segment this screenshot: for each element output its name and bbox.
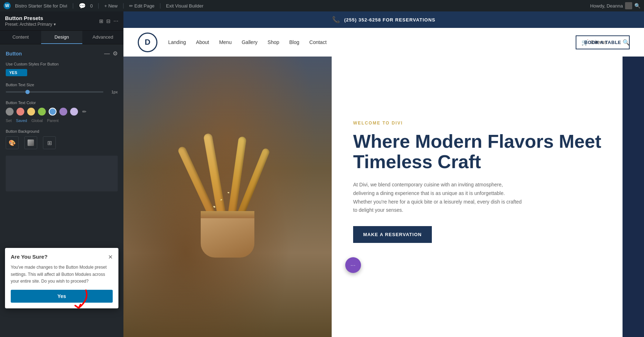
site-topbar: 📞 (255) 352-6258 FOR RESERVATIONS	[123, 11, 644, 28]
more-icon[interactable]: ⋯	[113, 18, 118, 24]
exit-builder-button[interactable]: Exit Visual Builder	[166, 3, 204, 9]
color-saved-action[interactable]: Saved	[16, 118, 27, 123]
nav-contact[interactable]: Contact	[309, 39, 327, 45]
purple-fab-button[interactable]: ···	[345, 257, 361, 273]
dark-bg-right	[623, 57, 644, 337]
bg-pattern-icon: ⊞	[47, 140, 52, 146]
bg-gradient-icon	[28, 140, 34, 146]
custom-styles-field: Use Custom Styles For Button YES	[6, 62, 118, 76]
bg-color-icon: 🎨	[9, 140, 16, 146]
wordpress-icon[interactable]: W	[4, 2, 11, 9]
site-logo[interactable]: D	[138, 33, 157, 52]
text-size-label: Button Text Size	[6, 83, 118, 87]
reservation-button[interactable]: MAKE A RESERVATION	[353, 226, 432, 243]
hero-image	[123, 57, 332, 337]
sidebar-tabs: Content Design Advanced	[0, 31, 123, 44]
custom-styles-toggle[interactable]: YES	[6, 69, 27, 76]
text-color-label: Button Text Color	[6, 101, 118, 105]
nav-blog[interactable]: Blog	[289, 39, 299, 45]
book-table-button[interactable]: BOOK A TABLE	[576, 35, 630, 49]
text-color-field: Button Text Color ✏ Set Saved Global Par…	[6, 101, 118, 123]
nav-landing[interactable]: Landing	[168, 39, 186, 45]
slider-thumb[interactable]	[25, 90, 30, 94]
text-size-field: Button Text Size 1px	[6, 83, 118, 94]
wp-admin-bar: W Bistro Starter Site for Divi | 💬 0 | +…	[0, 0, 644, 11]
color-pen-icon[interactable]: ✏	[82, 109, 87, 114]
site-name[interactable]: Bistro Starter Site for Divi	[15, 3, 67, 9]
color-swatch-green[interactable]	[38, 108, 46, 116]
bg-pattern-option[interactable]: ⊞	[43, 136, 56, 149]
button-section-header: Button — ⚙	[6, 50, 118, 57]
bg-color-option[interactable]: 🎨	[6, 136, 19, 149]
color-swatches: ✏	[6, 108, 118, 116]
button-section-title: Button	[6, 51, 22, 57]
preset-chevron-icon: ▾	[54, 22, 56, 27]
comment-icon: 💬	[79, 3, 86, 9]
main-layout: Button Presets Preset: Architect Primary…	[0, 11, 644, 337]
hero-text: WELCOME TO DIVI Where Modern Flavors Mee…	[332, 57, 644, 337]
phone-number: (255) 352-6258 FOR RESERVATIONS	[344, 17, 435, 23]
sidebar-preset[interactable]: Preset: Architect Primary ▾	[5, 22, 56, 27]
dialog-close-button[interactable]: ✕	[108, 254, 113, 260]
dialog-body: You've made changes to the Button Module…	[11, 264, 113, 285]
nav-shop[interactable]: Shop	[268, 39, 279, 45]
hero-description: At Divi, we blend contemporary cuisine w…	[353, 181, 525, 215]
custom-styles-label: Use Custom Styles For Button	[6, 62, 118, 66]
nav-about[interactable]: About	[196, 39, 209, 45]
left-sidebar: Button Presets Preset: Architect Primary…	[0, 11, 123, 337]
edit-page-button[interactable]: ✏ Edit Page	[129, 3, 155, 9]
welcome-label: WELCOME TO DIVI	[353, 121, 623, 126]
right-content: 📞 (255) 352-6258 FOR RESERVATIONS D Land…	[123, 11, 644, 337]
bg-label: Button Background	[6, 129, 118, 133]
comment-count[interactable]: 0	[90, 3, 93, 9]
dialog-yes-button[interactable]: Yes	[11, 290, 113, 303]
section-settings-icon[interactable]: ⚙	[113, 50, 118, 57]
color-swatch-purple[interactable]	[59, 108, 67, 116]
tab-advanced[interactable]: Advanced	[82, 31, 123, 44]
grid-icon[interactable]: ⊟	[106, 18, 111, 24]
site-nav: Landing About Menu Gallery Shop Blog Con…	[168, 39, 327, 45]
color-swatch-teal[interactable]	[49, 108, 57, 116]
section-collapse-icon[interactable]: —	[104, 50, 110, 57]
sidebar-header: Button Presets Preset: Architect Primary…	[0, 11, 123, 31]
color-parent-action[interactable]: Parent	[47, 118, 59, 123]
nav-gallery[interactable]: Gallery	[241, 39, 257, 45]
text-size-slider[interactable]	[6, 91, 103, 93]
bg-field: Button Background 🎨 ⊞	[6, 129, 118, 149]
tab-content[interactable]: Content	[0, 31, 41, 44]
preview-box	[6, 156, 118, 191]
phone-icon: 📞	[332, 16, 340, 24]
hero-title: Where Modern Flavors Meet Timeless Craft	[353, 131, 623, 172]
user-avatar	[625, 2, 632, 9]
admin-search-icon[interactable]: 🔍	[634, 3, 640, 9]
color-swatch-gray[interactable]	[6, 108, 14, 116]
sidebar-header-icons: ⊞ ⊟ ⋯	[99, 18, 118, 24]
color-swatch-lavender[interactable]	[70, 108, 78, 116]
nav-menu[interactable]: Menu	[219, 39, 231, 45]
color-set-action[interactable]: Set	[6, 118, 12, 123]
sidebar-title: Button Presets	[5, 15, 56, 21]
bg-gradient-option[interactable]	[24, 136, 37, 149]
arrow-indicator	[64, 288, 93, 315]
site-navbar: D Landing About Menu Gallery Shop Blog C…	[123, 28, 644, 57]
color-swatch-pink[interactable]	[16, 108, 24, 116]
text-size-value: 1px	[107, 90, 118, 94]
new-button[interactable]: + New	[104, 3, 117, 9]
dialog-title: Are You Sure?	[11, 254, 48, 260]
windows-icon[interactable]: ⊞	[99, 18, 103, 24]
color-swatch-yellow[interactable]	[27, 108, 35, 116]
user-menu[interactable]: Howdy, Deanna 🔍	[590, 2, 640, 9]
confirm-dialog: Are You Sure? ✕ You've made changes to t…	[5, 248, 118, 308]
tab-design[interactable]: Design	[41, 31, 82, 44]
fab-dots-icon: ···	[351, 262, 356, 268]
color-global-action[interactable]: Global	[31, 118, 43, 123]
hero-section: WELCOME TO DIVI Where Modern Flavors Mee…	[123, 57, 644, 337]
